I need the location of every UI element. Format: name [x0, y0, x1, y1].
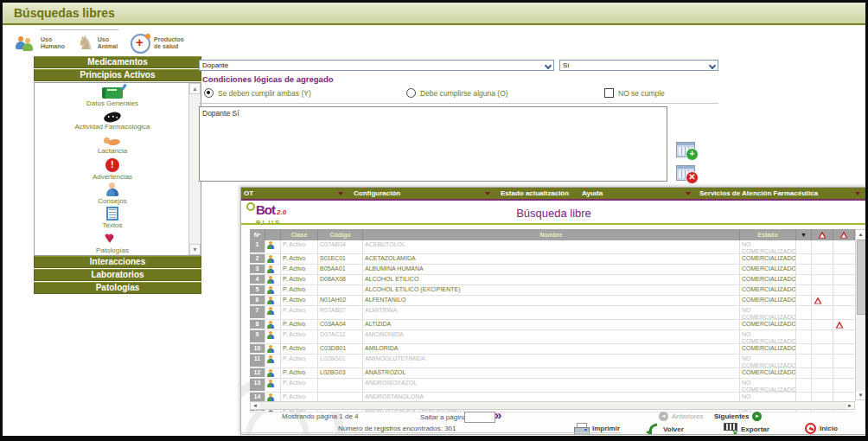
menu-item-4[interactable]: Servicios de Atención Farmacéutica: [699, 189, 818, 197]
add-condition-button[interactable]: +: [676, 142, 699, 161]
sidebar-panel: Datos Generales Actividad Farmacológica …: [34, 82, 201, 256]
menu-item-2[interactable]: Estado actualización: [501, 189, 569, 197]
row-number: 6: [250, 296, 265, 305]
cell-codigo: L02BG03: [318, 368, 363, 378]
header-warning-driving-icon[interactable]: [812, 229, 833, 240]
scroll-left-icon[interactable]: ◄: [251, 402, 259, 409]
table-row[interactable]: 11 P. Activo L02BG01 AMINOGLUTETIMIDA NO…: [250, 355, 855, 368]
sidebar-item-label: Actividad Farmacológica: [74, 123, 150, 131]
scroll-right-icon[interactable]: ►: [846, 402, 854, 409]
scroll-down-icon[interactable]: ▼: [189, 244, 201, 255]
radio-icon[interactable]: [204, 88, 214, 98]
table-row[interactable]: 3 P. Activo B05AA01 ALBUMINA HUMANA COME…: [250, 265, 855, 275]
scrollbar-thumb[interactable]: [857, 240, 866, 315]
row-number: 11: [250, 355, 265, 368]
table-row[interactable]: 12 P. Activo L02BG03 ANASTROZOL COMERCIA…: [250, 368, 855, 379]
cell-codigo: R07AB07: [318, 306, 363, 319]
jump-page-button[interactable]: »: [495, 408, 501, 421]
pharmacology-icon: [103, 110, 122, 124]
header-clase[interactable]: Clase: [281, 229, 318, 240]
sidebar-section-interacciones[interactable]: Interacciones: [34, 256, 201, 268]
sidebar-item-label: Datos Generales: [86, 99, 138, 107]
header-nombre[interactable]: Nombre: [363, 229, 740, 240]
filter-icon[interactable]: ▼: [796, 229, 812, 240]
sidebar-section-medicamentos[interactable]: Medicamentos: [34, 56, 201, 68]
person-icon: [267, 241, 276, 249]
checkbox-no-se-cumple[interactable]: NO se cumple: [604, 88, 665, 98]
table-row[interactable]: 8 P. Activo C03AA04 ALTIZIDA COMERCIALIZ…: [250, 320, 855, 330]
header-warning-doping-icon[interactable]: [833, 229, 855, 240]
sidebar-item-actividad-farmacol-gica[interactable]: Actividad Farmacológica: [35, 109, 190, 133]
scroll-down-icon[interactable]: ▼: [856, 391, 865, 399]
scroll-up-icon[interactable]: ▲: [189, 83, 201, 94]
table-vertical-scrollbar[interactable]: ▲ ▼: [855, 229, 866, 400]
table-row[interactable]: 6 P. Activo N01AH02 ALFENTANILO COMERCIA…: [250, 296, 855, 306]
arrow-right-circle-icon: ►: [752, 412, 762, 421]
chevron-down-icon[interactable]: [338, 192, 343, 198]
table-row[interactable]: 7 P. Activo R07AB07 ALMITRINA NO COMERCI…: [250, 306, 855, 320]
menu-item-1[interactable]: Configuración: [354, 189, 400, 197]
header-divider: [241, 223, 866, 225]
header-codigo[interactable]: Código: [318, 229, 363, 240]
cell-codigo: C03AA04: [318, 320, 363, 329]
row-number: 8: [250, 320, 265, 329]
table-row[interactable]: 13 P. Activo ANDROISOXAZOL NO COMERCIALI…: [250, 379, 855, 393]
jump-page-input[interactable]: [464, 412, 495, 423]
table-row[interactable]: 9 P. Activo D07AC11 AMCINONIDA NO COMERC…: [250, 330, 855, 344]
chevron-down-icon: [709, 62, 716, 69]
toolbar-item-uso-animal[interactable]: ♞ UsoAnimal: [77, 32, 118, 54]
sidebar-item-datos-generales[interactable]: Datos Generales: [35, 85, 190, 109]
header-num[interactable]: Nº: [250, 229, 265, 240]
radio-cumplir-ambas[interactable]: Se deben cumplir ambas (Y): [204, 88, 311, 98]
cell-codigo: L02BG01: [318, 355, 363, 368]
volver-button[interactable]: Volver: [646, 423, 684, 435]
cell-clase: P. Activo: [281, 368, 318, 378]
cell-estado: NO COMERCIALIZADO: [740, 355, 796, 368]
person-icon: [267, 380, 276, 387]
header-estado[interactable]: Estado: [740, 229, 796, 240]
inicio-button[interactable]: Inicio: [805, 423, 838, 434]
pathology-icon: [105, 231, 120, 246]
radio-cumplirse-alguna[interactable]: Debe cumplirse alguna (O): [406, 88, 508, 98]
sidebar-section-laboratorios[interactable]: Laboratorios: [34, 269, 201, 281]
menu-bar: OTConfiguraciónEstado actualizaciónAyuda…: [241, 188, 866, 201]
sidebar-item-advertencias[interactable]: Advertencias: [35, 157, 190, 182]
table-row[interactable]: 5 P. Activo ALCOHOL ETILICO (EXCIPIENTE)…: [250, 285, 855, 296]
sidebar-item-lactancia[interactable]: Lactancia: [35, 133, 190, 157]
table-row[interactable]: 2 P. Activo S01EC01 ACETAZOLAMIDA COMERC…: [250, 254, 855, 265]
table-horizontal-scrollbar[interactable]: ◄ ►: [250, 401, 855, 410]
table-row[interactable]: 10 P. Activo C03DB01 AMILORIDA COMERCIAL…: [250, 344, 855, 355]
sidebar-section-principios-activos[interactable]: Principios Activos: [34, 69, 201, 81]
sidebar-item-consejos[interactable]: Consejos: [35, 182, 190, 206]
cell-estado: COMERCIALIZADO: [740, 285, 796, 295]
window2-title: Búsqueda libre: [241, 207, 866, 220]
table-row[interactable]: 1 P. Activo C07AB04 ACEBUTOLOL NO COMERC…: [250, 240, 855, 254]
chevron-down-icon[interactable]: [686, 192, 691, 198]
menu-item-3[interactable]: Ayuda: [582, 189, 603, 197]
remove-condition-button[interactable]: ✕: [676, 165, 699, 184]
menu-item-0[interactable]: OT: [244, 189, 253, 197]
cell-estado: NO COMERCIALIZADO: [740, 306, 796, 319]
cell-codigo: B05AA01: [318, 265, 363, 274]
checkbox-icon[interactable]: [604, 88, 614, 98]
chevron-down-icon[interactable]: [485, 192, 490, 198]
sidebar-item-textos[interactable]: Textos: [35, 206, 190, 230]
cell-estado: COMERCIALIZADO: [740, 275, 796, 284]
sidebar-item-patolog-as[interactable]: Patologías: [35, 230, 190, 254]
anteriores-button[interactable]: ◄ Anteriores: [659, 412, 703, 421]
query-textarea[interactable]: Dopante Sí: [199, 106, 667, 182]
scroll-up-icon[interactable]: ▲: [856, 230, 865, 239]
toolbar-item-productos-salud[interactable]: Productosde salud: [131, 32, 184, 54]
cell-codigo: D08AX08: [318, 275, 363, 284]
value-select[interactable]: Sí: [559, 60, 718, 71]
field-select[interactable]: Dopante: [199, 60, 554, 71]
chevron-down-icon[interactable]: [855, 192, 860, 198]
siguientes-button[interactable]: Siguientes ►: [714, 412, 762, 421]
radio-icon[interactable]: [406, 88, 416, 98]
page-title: Búsquedas libres: [14, 6, 115, 20]
exportar-button[interactable]: Exportar: [724, 423, 769, 435]
results-table: Nº Clase Código Nombre Estado ▼ 1 P. Act…: [250, 229, 855, 412]
table-row[interactable]: 4 P. Activo D08AX08 ALCOHOL ETILICO COME…: [250, 275, 855, 285]
sidebar-section-patologías[interactable]: Patologías: [34, 282, 201, 294]
toolbar-item-uso-humano[interactable]: UsoHumano: [15, 32, 65, 54]
